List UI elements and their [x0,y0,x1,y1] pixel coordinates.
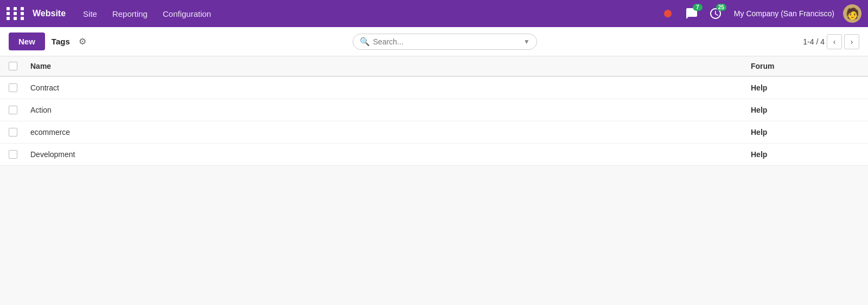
row-checkbox-3[interactable] [9,150,17,159]
select-all-checkbox[interactable] [9,62,17,70]
toolbar: New Tags ⚙ 🔍 ▼ 1-4 / 4 ‹ › [0,27,868,56]
prev-page-button[interactable]: ‹ [827,34,842,49]
gear-icon[interactable]: ⚙ [79,36,86,47]
row-name-1: Action [30,106,751,114]
row-name-2: ecommerce [30,128,751,137]
messages-count: 7 [693,4,703,11]
status-indicator[interactable] [658,4,678,23]
row-name-3: Development [30,150,751,159]
pagination-text: 1-4 / 4 [803,37,825,46]
user-avatar[interactable]: 🧑 [843,4,861,23]
next-page-button[interactable]: › [844,34,859,49]
app-title[interactable]: Website [33,9,66,18]
activity-button[interactable]: 25 [706,4,725,23]
search-icon: 🔍 [360,37,370,47]
page-title: Tags [52,37,70,46]
row-checkbox-0[interactable] [9,83,17,92]
col-header-forum: Forum [751,62,859,70]
activity-count: 25 [716,4,726,11]
app-grid-icon[interactable] [7,7,26,20]
row-checkbox-1[interactable] [9,106,17,114]
nav-item-configuration[interactable]: Configuration [156,0,218,27]
tags-table: Name Forum Contract Help Action Help eco… [0,56,868,166]
new-button[interactable]: New [9,33,45,50]
nav-item-reporting[interactable]: Reporting [106,0,154,27]
row-checkbox-2[interactable] [9,128,17,137]
company-name[interactable]: My Company (San Francisco) [730,9,839,18]
table-row[interactable]: Development Help [0,144,868,166]
chat-icon: 7 [684,6,699,21]
table-row[interactable]: Contract Help [0,77,868,99]
topnav: Website Site Reporting Configuration 7 2… [0,0,868,27]
row-forum-3: Help [751,150,859,159]
search-dropdown-icon[interactable]: ▼ [524,38,530,46]
clock-icon: 25 [708,6,723,21]
row-forum-1: Help [751,106,859,114]
pagination: 1-4 / 4 ‹ › [803,34,859,49]
search-input[interactable] [373,37,520,46]
red-dot-icon [664,10,672,17]
row-forum-0: Help [751,83,859,92]
topnav-right: 7 25 My Company (San Francisco) 🧑 [658,4,861,23]
messages-button[interactable]: 7 [682,4,701,23]
table-row[interactable]: ecommerce Help [0,121,868,144]
row-forum-2: Help [751,128,859,137]
table-header: Name Forum [0,56,868,77]
nav-item-site[interactable]: Site [76,0,104,27]
col-header-name: Name [30,62,751,70]
table-row[interactable]: Action Help [0,99,868,121]
search-bar: 🔍 ▼ [353,34,537,50]
empty-area [0,166,868,231]
row-name-0: Contract [30,83,751,92]
